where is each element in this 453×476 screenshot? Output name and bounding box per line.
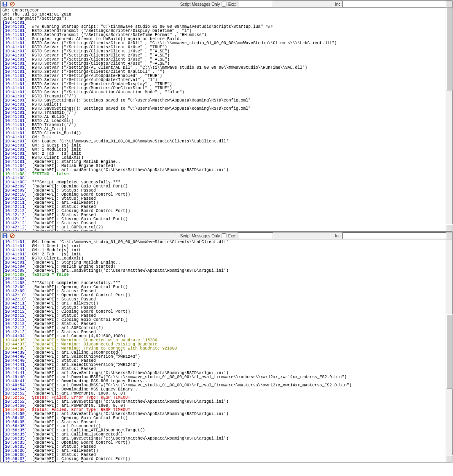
scroll-thumb[interactable] <box>446 8 453 90</box>
inc-label: Inc: <box>335 2 342 7</box>
log-line: [10:41:08] [RadarAPI]: ar1.LoadSettings(… <box>2 168 451 172</box>
log-line: RSTD.Transmit("/Settings") <box>2 17 451 21</box>
scroll-down-button[interactable] <box>446 455 453 462</box>
log-line: [10:41:01] RSTD.SaveSettings(): Settings… <box>2 99 451 103</box>
inc-input[interactable] <box>342 1 451 7</box>
scroll-thumb[interactable] <box>446 314 453 389</box>
log-line: GM: Thu Jul 26 10:41:01 2018 <box>2 13 451 17</box>
log-output-bottom[interactable]: [10:41:01] GM: Loaded 'C:\ti\mmwave_stud… <box>1 239 452 462</box>
scroll-up-button[interactable] <box>446 232 452 239</box>
scroll-up-button[interactable] <box>446 1 452 8</box>
save-icon[interactable] <box>2 1 8 7</box>
scroll-down-button[interactable] <box>446 224 453 231</box>
exc-label: Exc: <box>228 2 236 7</box>
log-line: [10:42:12] [RadarAPI]: Status: Passed <box>2 230 451 231</box>
scrollbar-top[interactable] <box>446 1 452 231</box>
exc-input[interactable] <box>238 1 273 7</box>
exc-input[interactable] <box>238 232 273 239</box>
log-line: [10:41:01] RSTD.Transmit("/") <box>2 111 451 115</box>
log-line: [10:41:08] [RadarAPI]: ar1.LoadSettings(… <box>2 269 451 273</box>
log-pane-bottom: Script Messages Only Exc: Inc: [10:41:01… <box>0 232 453 462</box>
filter-label: Script Messages Only <box>180 234 220 238</box>
clear-icon[interactable] <box>9 1 16 7</box>
clear-icon[interactable] <box>9 232 16 239</box>
svg-line-9 <box>11 235 14 237</box>
svg-line-4 <box>11 3 14 5</box>
toolbar-bottom: Script Messages Only Exc: Inc: <box>1 232 452 239</box>
svg-rect-2 <box>4 5 6 6</box>
script-messages-only-checkbox[interactable] <box>222 233 226 238</box>
toolbar-top: Script Messages Only Exc: Inc: <box>1 1 452 8</box>
exc-label: Exc: <box>228 234 236 238</box>
filter-label: Script Messages Only <box>180 2 220 7</box>
log-line: [10:41:01] RSTD.Clients_Build() <box>2 131 451 135</box>
log-line: [10:41:01] RSTD.Transmit("/") <box>2 123 451 127</box>
inc-label: Inc: <box>335 234 342 238</box>
inc-input[interactable] <box>342 232 451 239</box>
svg-rect-6 <box>4 234 6 235</box>
log-line: [10:41:08] TESTING = false <box>2 172 451 176</box>
save-icon[interactable] <box>2 232 8 239</box>
log-line: [10:41:08] TESTING = false <box>2 273 451 277</box>
log-output-top[interactable]: GM: ConstructorGM: Thu Jul 26 10:41:01 2… <box>1 8 452 231</box>
svg-rect-1 <box>4 2 6 4</box>
script-messages-only-checkbox[interactable] <box>222 2 226 7</box>
svg-rect-7 <box>4 236 6 238</box>
log-pane-top: Script Messages Only Exc: Inc: GM: Const… <box>0 0 453 232</box>
log-line: [10:56:37] [RadarAPI]: Status: Passed <box>2 461 451 462</box>
scrollbar-bottom[interactable] <box>446 232 452 462</box>
